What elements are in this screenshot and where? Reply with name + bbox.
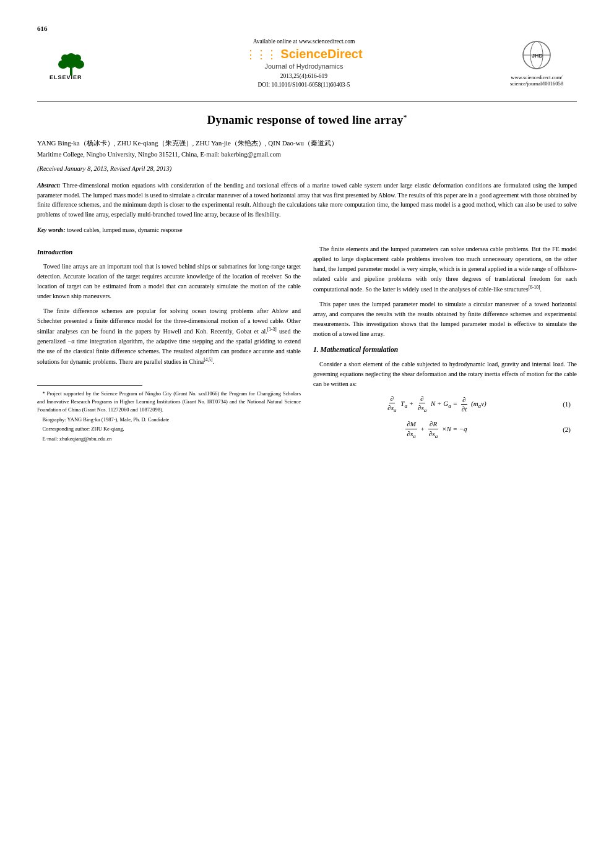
footnote-divider [37,385,142,386]
math-intro: Consider a short element of the cable su… [313,359,577,389]
sd-label: ScienceDirect [280,47,362,61]
footnote-star: * Project supported by the Science Progr… [37,390,301,413]
sd-dots-icon: ⋮⋮⋮ [245,48,277,61]
abstract: Abstract: Three-dimensional motion equat… [37,181,577,219]
jhd-logo-area: JHD www.sciencedirect.com/ science/journ… [496,41,577,87]
right-para1: The finite elements and the lumped param… [313,244,577,294]
partial-frac-N: ∂ ∂sa [417,394,428,415]
svg-point-5 [74,54,81,62]
page-number: 616 [37,25,577,32]
journal-doi: DOI: 10.1016/S1001-6058(11)60403-5 [111,80,496,89]
equation-1-block: ∂ ∂sa Ta + ∂ ∂sa N + Ga = [313,394,577,415]
math-section-title: 1. Mathematical formulation [313,344,577,355]
journal-header: ELSEVIER Available online at www.science… [37,38,577,90]
journal-meta: 2013,25(4):616-619 DOI: 10.1016/S1001-60… [111,72,496,90]
journal-url-2: science/journal/l0016058 [496,80,577,87]
intro-para2: The finite difference schemes are popula… [37,306,301,367]
left-column: Introduction Towed line arrays are an im… [37,244,301,445]
right-para2: This paper uses the lumped parameter mod… [313,299,577,339]
journal-volume: 2013,25(4):616-619 [111,72,496,80]
equation-2: ∂M ∂sa + ∂R ∂sa ×N = −q [319,419,552,440]
intro-para1: Towed line arrays are an important tool … [37,262,301,301]
footnote-corresponding: Corresponding author: ZHU Ke-qiang, [37,425,301,433]
header-divider [37,101,577,101]
partial-frac-M: ∂M ∂sa [405,419,417,440]
elsevier-logo-area: ELSEVIER [37,47,111,81]
svg-point-4 [61,54,69,62]
keywords-text: towed cables, lumped mass, dynamic respo… [67,226,182,233]
keywords-label: Key words: [37,226,66,233]
footnote-area: * Project supported by the Science Progr… [37,390,301,443]
available-text: Available online at www.sciencedirect.co… [111,38,496,45]
affiliation: Maritime College, Ningbo University, Nin… [37,151,577,158]
abstract-text: Three-dimensional motion equations with … [37,182,577,218]
elsevier-logo-svg: ELSEVIER [46,47,102,81]
right-column: The finite elements and the lumped param… [313,244,577,445]
authors: YANG Bing-ka（杨冰卡）, ZHU Ke-qiang（朱克强）, ZH… [37,138,577,149]
keywords: Key words: towed cables, lumped mass, dy… [37,225,577,234]
svg-text:JHD: JHD [532,53,543,59]
equation-2-block: ∂M ∂sa + ∂R ∂sa ×N = −q (2) [313,419,577,440]
two-column-body: Introduction Towed line arrays are an im… [37,244,577,445]
journal-url-1: www.sciencedirect.com/ [496,74,577,80]
partial-frac-mv: ∂ ∂t [460,395,469,414]
header-center: Available online at www.sciencedirect.co… [111,38,496,90]
equation-2-number: (2) [552,424,571,436]
equation-1-number: (1) [552,399,571,410]
article-title: Dynamic response of towed line array* [37,113,577,128]
equation-1: ∂ ∂sa Ta + ∂ ∂sa N + Ga = [319,394,552,415]
journal-name: Journal of Hydrodynamics [111,62,496,70]
abstract-label: Abstract: [37,182,61,189]
received-dates: (Received January 8, 2013, Revised April… [37,165,577,172]
footnote-email: E-mail: zhukeqiang@nbu.edu.cn [37,435,301,443]
partial-frac-R: ∂R ∂sa [428,419,439,440]
footnote-biography: Biography: YANG Bing-ka (1987-), Male, P… [37,416,301,424]
sciencedirect-brand: ⋮⋮⋮ ScienceDirect [111,47,496,61]
svg-text:ELSEVIER: ELSEVIER [50,74,82,80]
partial-frac-T: ∂ ∂sa [386,394,397,415]
introduction-title: Introduction [37,247,301,258]
jhd-logo-svg: JHD [518,41,555,72]
